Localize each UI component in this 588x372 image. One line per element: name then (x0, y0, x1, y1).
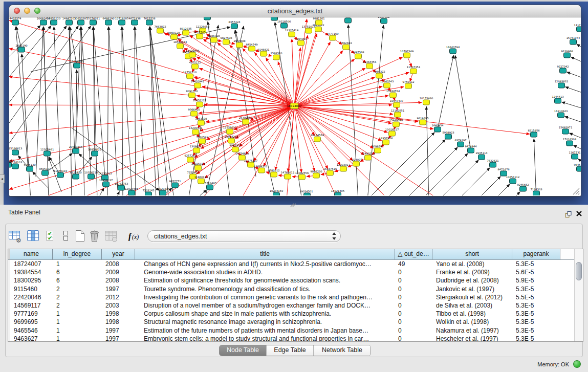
column-header-pagerank[interactable]: pagerank (512, 249, 560, 259)
table-row[interactable]: 1872400712008Changes of HCN gene express… (8, 260, 583, 268)
graph-node[interactable]: 14957904 (379, 137, 393, 145)
graph-node[interactable]: 5905130 (24, 163, 35, 171)
graph-node[interactable]: 2057682 (378, 17, 389, 24)
import-table-button[interactable] (104, 229, 118, 243)
graph-node[interactable]: 12559611 (223, 126, 236, 134)
column-header-in_degree[interactable]: in_degree (53, 249, 102, 259)
graph-node[interactable]: 12325419 (285, 29, 298, 37)
graph-node[interactable]: 12093832 (555, 80, 568, 88)
columns-visibility-button[interactable] (27, 229, 40, 243)
network-window-titlebar[interactable]: citations_edges.txt (9, 5, 581, 17)
graph-node[interactable]: 8123410 (70, 171, 81, 179)
graph-node[interactable]: 15276021 (86, 17, 100, 25)
graph-node[interactable]: 7615526 (143, 17, 155, 25)
graph-node[interactable]: 7124503 (530, 188, 542, 195)
graph-node[interactable]: 4671938 (128, 17, 140, 25)
graph-node[interactable]: 10356210 (84, 171, 98, 179)
graph-node[interactable]: 14769012 (281, 171, 294, 179)
graph-node[interactable]: 13090211 (190, 145, 203, 153)
graph-node[interactable]: 10653287 (74, 17, 88, 25)
graph-node[interactable]: 12160551 (391, 109, 404, 117)
tab-network-table[interactable]: Network Table (313, 345, 371, 356)
graph-node[interactable]: 20364456 (363, 60, 376, 69)
graph-node[interactable]: 15449598 (389, 119, 403, 127)
graph-node[interactable]: 10654112 (506, 176, 519, 184)
table-row[interactable]: 2242004622012Investigating the contribut… (8, 293, 583, 301)
graph-node[interactable]: 15751074 (567, 36, 580, 45)
table-row[interactable]: 1456911722003Disruption of a novel membe… (8, 301, 583, 310)
close-panel-icon[interactable] (575, 210, 583, 217)
memory-status-indicator[interactable] (573, 360, 581, 368)
graph-node[interactable]: 15184554 (386, 90, 400, 98)
graph-node[interactable]: 10016217 (385, 128, 399, 136)
graph-node[interactable]: 16210643 (554, 110, 568, 118)
graph-node[interactable]: 4275122 (189, 61, 201, 69)
graph-node[interactable]: 10234150 (270, 189, 283, 195)
graph-node[interactable]: 19218506 (277, 20, 291, 28)
graph-node[interactable]: 3053108 (195, 117, 207, 125)
delete-table-button[interactable] (88, 229, 101, 243)
tab-edge-table[interactable]: Edge Table (266, 345, 313, 356)
graph-node[interactable]: 7462663 (340, 41, 352, 50)
graph-node[interactable]: 13751015 (302, 25, 315, 33)
graph-node[interactable]: 8091570 (186, 90, 198, 98)
tab-node-table[interactable]: Node Table (220, 345, 266, 356)
table-row[interactable]: 977716911998Corpus callosum shape and si… (8, 310, 583, 318)
window-resize-grip[interactable] (572, 187, 580, 195)
graph-node[interactable]: 11543543 (380, 80, 394, 88)
graph-node[interactable]: 10155460 (420, 97, 433, 105)
graph-node[interactable]: 8357224 (228, 20, 241, 29)
graph-node[interactable]: 9245652 (517, 183, 529, 191)
graph-node[interactable]: 9827508 (220, 36, 232, 45)
graph-node[interactable]: 8454749 (246, 43, 257, 51)
graph-node[interactable]: 9750112 (402, 80, 414, 89)
graph-node[interactable]: 9024501 (301, 190, 313, 195)
column-header-year[interactable]: year (102, 249, 135, 259)
graph-node[interactable]: 12923485 (125, 187, 138, 195)
graph-node[interactable]: 10719185 (115, 17, 128, 25)
graph-node[interactable]: 7203145 (142, 189, 154, 195)
graph-node[interactable]: 7224007 (350, 158, 362, 166)
graph-node[interactable]: 16033809 (201, 17, 214, 20)
table-row[interactable]: 969969511998Structural magnetic resonanc… (8, 318, 583, 326)
graph-node[interactable]: 8215956 (528, 129, 539, 137)
graph-node[interactable]: 7986322 (373, 70, 385, 78)
float-panel-icon[interactable] (565, 211, 572, 218)
citation-network-graph[interactable]: 4435574206914061685312014647103106532871… (9, 17, 581, 195)
graph-node[interactable]: 6497568 (352, 51, 364, 59)
network-canvas[interactable]: 4435574206914061685312014647103106532871… (9, 17, 581, 195)
graph-node[interactable]: 5938923 (442, 131, 454, 139)
graph-node[interactable]: 15493212 (361, 152, 375, 160)
sidebar-collapse-arrow[interactable]: ◂ (0, 174, 5, 183)
graph-node[interactable]: 9657771 (169, 180, 181, 188)
graph-node[interactable]: 9257203 (184, 154, 196, 162)
graph-node[interactable]: 9845103 (574, 163, 581, 171)
table-row[interactable]: 1938455462009Genome-wide association stu… (8, 268, 583, 276)
table-row[interactable]: 911546021997Tourette syndrome. Phenomeno… (8, 285, 583, 293)
graph-node[interactable]: 16643794 (446, 46, 460, 54)
graph-node[interactable]: 15716485 (203, 182, 216, 190)
graph-node[interactable]: 9505107 (39, 167, 51, 176)
graph-node[interactable]: 15692971 (559, 126, 572, 134)
graph-node[interactable]: 25166613 (9, 147, 22, 155)
graph-node[interactable]: 14420941 (191, 80, 204, 88)
table-source-select[interactable]: citations_edges.txt (147, 230, 341, 242)
column-header-short[interactable]: short (432, 249, 512, 259)
graph-node[interactable]: 16853120 (47, 17, 60, 25)
memory-status-label[interactable]: Memory: OK (522, 361, 569, 367)
graph-node[interactable]: 9886220 (310, 170, 322, 178)
function-builder-button[interactable]: f (x) (128, 229, 146, 243)
table-scrollbar-thumb[interactable] (576, 262, 582, 280)
graph-node[interactable]: 7663822 (154, 25, 166, 33)
graph-node[interactable]: 1167531 (569, 151, 580, 159)
graph-node[interactable]: 16854021 (88, 148, 101, 156)
table-settings-button[interactable]: ⚙ (8, 229, 23, 243)
row-height-button[interactable] (61, 229, 71, 243)
panel-resize-grip[interactable] (289, 203, 297, 207)
graph-node[interactable]: 1864093 (295, 37, 307, 46)
graph-node[interactable]: 6812304 (342, 17, 354, 23)
graph-node[interactable]: 13021405 (331, 189, 344, 195)
graph-node[interactable]: 8471676 (497, 168, 509, 176)
table-row[interactable]: 946362711997Embryonic stem cells: a mode… (8, 335, 583, 342)
graph-node[interactable]: 9129966 (561, 50, 573, 58)
